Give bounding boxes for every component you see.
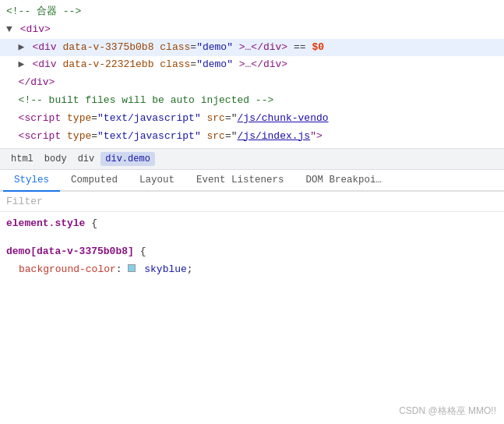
tag-div-open: <div> — [20, 23, 51, 35]
tab-dom-breakpoints[interactable]: DOM Breakpoi… — [295, 170, 393, 192]
breadcrumb-html[interactable]: html — [6, 152, 38, 166]
expand-triangle-2[interactable]: ▶ — [19, 57, 26, 73]
css-property-background-color: background-color: skyblue; — [19, 261, 498, 278]
script-src-link-2[interactable]: /js/index.js — [238, 130, 311, 142]
devtools-tabs: Styles Computed Layout Event Listeners D… — [0, 170, 504, 192]
expand-triangle-1[interactable]: ▶ — [19, 40, 26, 56]
code-line-script-1: <script type="text/javascript" src="/js/… — [0, 110, 504, 128]
dollar-zero: $0 — [312, 41, 324, 53]
comment-text: <!-- 合器 --> — [6, 5, 81, 17]
watermark: CSDN @格格巫 MMO!! — [399, 405, 496, 418]
devtools-panel: <!-- 合器 --> ▼ <div> ▶ <div data-v-3375b0… — [0, 0, 504, 424]
color-swatch-skyblue[interactable] — [128, 264, 136, 272]
code-line-comment-top: <!-- 合器 --> — [0, 3, 504, 21]
code-line-div-demo-2[interactable]: ▶ <div data-v-22321ebb class="demo" >…</… — [0, 56, 504, 74]
breadcrumb-body[interactable]: body — [40, 152, 72, 166]
code-line-comment-inject: <!-- built files will be auto injected -… — [0, 92, 504, 110]
tab-event-listeners[interactable]: Event Listeners — [185, 170, 295, 192]
filter-row — [0, 192, 504, 212]
code-line-div-close: </div> — [0, 74, 504, 92]
styles-panel: element.style { demo[data-v-3375b0b8] { … — [0, 212, 504, 287]
css-selector-demo: demo[data-v-3375b0b8] { — [6, 243, 498, 260]
css-rule-element-style: element.style { — [6, 215, 498, 232]
breadcrumb: html body div div.demo — [0, 149, 504, 170]
code-line-script-2: <script type="text/javascript" src="/js/… — [0, 128, 504, 146]
css-selector-element-style: element.style { — [6, 215, 498, 232]
collapse-triangle[interactable]: ▼ — [6, 22, 14, 38]
script-src-link-1[interactable]: /js/chunk-vendo — [238, 112, 329, 124]
tab-computed[interactable]: Computed — [60, 170, 129, 192]
filter-input[interactable] — [6, 196, 498, 207]
code-line-div-demo-1[interactable]: ▶ <div data-v-3375b0b8 class="demo" >…</… — [0, 39, 504, 57]
breadcrumb-div[interactable]: div — [73, 152, 100, 166]
tab-styles[interactable]: Styles — [3, 170, 60, 192]
tab-layout[interactable]: Layout — [129, 170, 185, 192]
code-line-div-open: ▼ <div> — [0, 21, 504, 39]
breadcrumb-div-demo[interactable]: div.demo — [100, 152, 155, 166]
html-source-panel: <!-- 合器 --> ▼ <div> ▶ <div data-v-3375b0… — [0, 0, 504, 149]
css-rule-demo: demo[data-v-3375b0b8] { background-color… — [6, 243, 498, 277]
